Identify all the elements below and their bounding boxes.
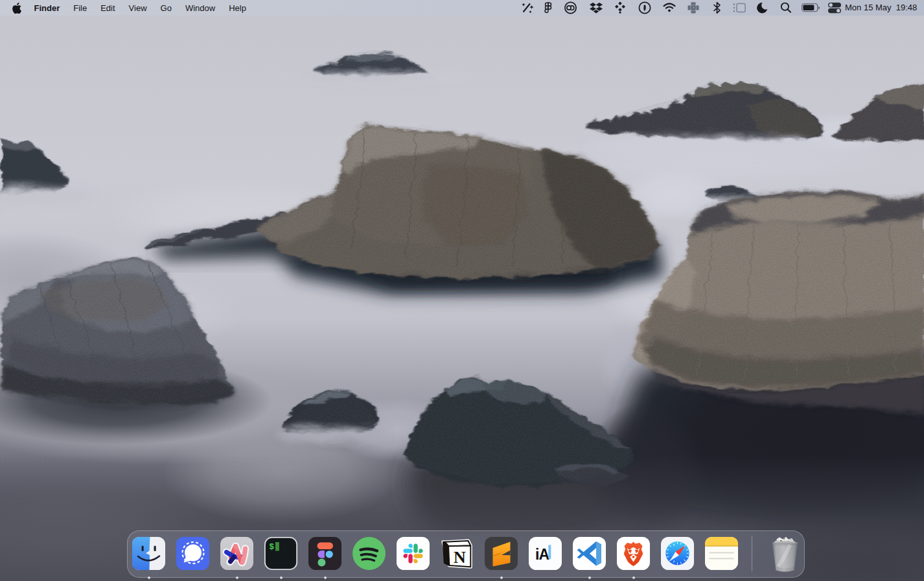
svg-text:N: N <box>454 548 466 567</box>
svg-text:iA: iA <box>535 546 549 563</box>
svg-text:$: $ <box>270 543 275 552</box>
